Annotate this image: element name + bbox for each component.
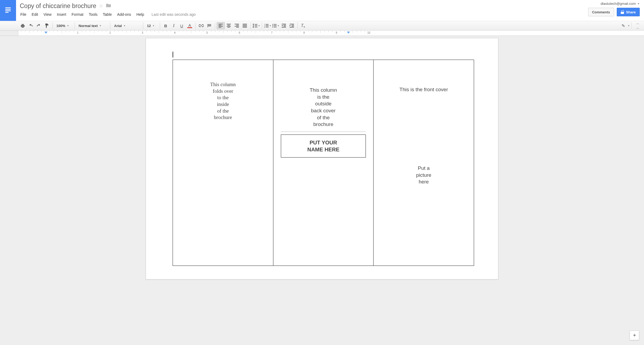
- ruler-tick: [300, 30, 300, 32]
- size-value: 12: [147, 24, 151, 28]
- account-menu[interactable]: dlastutech@gmail.com ▼: [600, 2, 640, 6]
- align-justify-button[interactable]: [241, 22, 249, 29]
- ruler-tick: [227, 30, 228, 32]
- svg-rect-0: [5, 7, 11, 8]
- font-value: Arial: [114, 24, 122, 28]
- text-color-button[interactable]: A: [186, 22, 194, 29]
- lock-icon: [621, 10, 624, 14]
- ruler-tick: [276, 30, 276, 32]
- comments-button[interactable]: Comments: [588, 8, 614, 16]
- ruler-tick: [171, 30, 171, 32]
- ruler-number: 4: [174, 31, 176, 34]
- collapse-toolbar-button[interactable]: ︿︿: [633, 22, 641, 29]
- docs-app-icon[interactable]: [0, 0, 16, 21]
- menu-edit[interactable]: Edit: [32, 12, 38, 17]
- separator: [110, 22, 110, 29]
- menu-format[interactable]: Format: [72, 12, 83, 17]
- increase-indent-button[interactable]: [288, 22, 296, 29]
- title-row: Copy of chiccarine brochure ☆: [20, 0, 588, 10]
- toolbar: 100% ▼ Normal text ▼ Arial ▼ 12 ▼ B I U …: [0, 21, 644, 30]
- italic-button[interactable]: I: [170, 22, 178, 29]
- separator: [52, 22, 53, 29]
- menu-file[interactable]: File: [20, 12, 26, 17]
- caret-down-icon: ▼: [637, 2, 640, 5]
- ruler-tick: [118, 30, 118, 32]
- header-buttons: Comments Share: [588, 8, 640, 16]
- line-spacing-button[interactable]: ▼: [252, 22, 260, 29]
- ruler-tick: [268, 30, 268, 32]
- ruler-tick: [215, 30, 215, 32]
- font-size-select[interactable]: 12 ▼: [145, 22, 158, 29]
- align-center-button[interactable]: [225, 22, 233, 29]
- bold-button[interactable]: B: [162, 22, 170, 29]
- ruler-tick: [57, 30, 58, 32]
- ruler-tick: [146, 30, 147, 32]
- decrease-indent-button[interactable]: [280, 22, 288, 29]
- text-color-bar: [187, 27, 192, 28]
- horizontal-ruler[interactable]: 12345678910: [0, 30, 644, 36]
- menu-insert[interactable]: Insert: [57, 12, 66, 17]
- separator: [262, 22, 262, 29]
- menu-view[interactable]: View: [44, 12, 52, 17]
- insert-link-button[interactable]: [197, 22, 205, 29]
- header-right: dlastutech@gmail.com ▼ Comments Share: [588, 0, 644, 16]
- paint-format-button[interactable]: [43, 22, 51, 29]
- align-justify-icon: [243, 24, 247, 28]
- caret-down-icon: ▼: [67, 25, 69, 27]
- ruler-tick: [316, 30, 316, 32]
- ruler-tick: [53, 30, 54, 32]
- font-select[interactable]: Arial ▼: [112, 22, 141, 29]
- star-icon[interactable]: ☆: [99, 3, 103, 9]
- ruler-tick: [29, 30, 30, 33]
- menu-tools[interactable]: Tools: [89, 12, 98, 17]
- align-right-button[interactable]: [233, 22, 241, 29]
- ruler-tick: [150, 30, 151, 32]
- share-button[interactable]: Share: [617, 8, 640, 16]
- align-left-button[interactable]: [217, 22, 225, 29]
- last-edit-status: Last edit was seconds ago: [152, 12, 196, 17]
- caret-down-icon: ▼: [269, 25, 271, 27]
- ruler-tick: [134, 30, 135, 32]
- menu-table[interactable]: Table: [103, 12, 112, 17]
- zoom-select[interactable]: 100% ▼: [54, 22, 73, 29]
- svg-rect-1: [5, 9, 11, 10]
- ruler-tick: [235, 30, 236, 32]
- ruler-tick: [296, 30, 296, 32]
- clear-formatting-button[interactable]: T✕: [299, 22, 307, 29]
- separator: [160, 22, 160, 29]
- caret-down-icon: ▼: [152, 25, 154, 27]
- header-main: Copy of chiccarine brochure ☆ File Edit …: [16, 0, 588, 19]
- ruler-tick: [264, 30, 264, 32]
- ruler-tick: [122, 30, 122, 32]
- editing-mode-button[interactable]: ✎ ▼: [622, 22, 630, 29]
- document-title[interactable]: Copy of chiccarine brochure: [20, 2, 96, 10]
- ruler-tick: [203, 30, 203, 32]
- redo-button[interactable]: [35, 22, 43, 29]
- ruler-tick: [21, 30, 21, 32]
- undo-button[interactable]: [27, 22, 35, 29]
- ruler-tick: [70, 30, 70, 32]
- ruler-tick: [49, 30, 50, 32]
- numbered-list-button[interactable]: ▼: [264, 22, 272, 29]
- header-bar: Copy of chiccarine brochure ☆ File Edit …: [0, 0, 644, 21]
- move-to-folder-icon[interactable]: [106, 3, 111, 9]
- left-indent-marker[interactable]: [44, 32, 48, 34]
- insert-comment-button[interactable]: [205, 22, 213, 29]
- menu-help[interactable]: Help: [136, 12, 144, 17]
- underline-button[interactable]: U: [178, 22, 186, 29]
- menu-bar: File Edit View Insert Format Tools Table…: [20, 10, 588, 19]
- bulleted-list-button[interactable]: ▼: [272, 22, 280, 29]
- ruler-tick: [231, 30, 232, 32]
- separator: [631, 22, 632, 29]
- separator: [143, 22, 143, 29]
- paragraph-style-select[interactable]: Normal text ▼: [76, 22, 108, 29]
- ruler-tick: [211, 30, 211, 32]
- separator: [75, 22, 75, 29]
- ruler-number: 7: [271, 31, 273, 34]
- ruler-tick: [25, 30, 25, 32]
- menu-addons[interactable]: Add-ons: [117, 12, 131, 17]
- ruler-tick: [130, 30, 131, 32]
- separator: [250, 22, 251, 29]
- style-value: Normal text: [79, 24, 98, 28]
- print-button[interactable]: [19, 22, 27, 29]
